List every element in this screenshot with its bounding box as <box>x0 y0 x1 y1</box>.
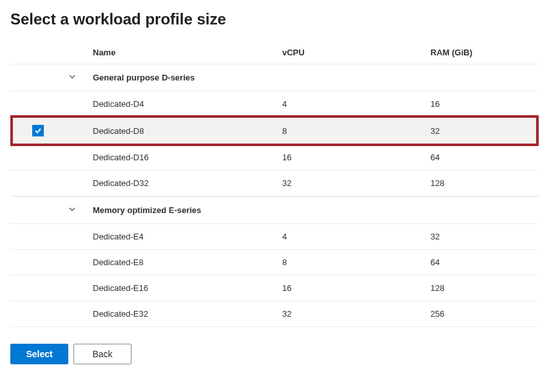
row-vcpu: 16 <box>282 153 430 162</box>
table-row-dedicated-d32[interactable]: Dedicated-D3232128 <box>10 171 539 196</box>
row-vcpu: 8 <box>282 126 430 136</box>
row-ram: 32 <box>430 126 539 136</box>
group-label: General purpose D-series <box>89 73 282 82</box>
table-row-dedicated-d16[interactable]: Dedicated-D161664 <box>10 145 539 171</box>
footer-actions: Select Back <box>10 344 539 364</box>
row-name: Dedicated-D8 <box>89 126 282 136</box>
table-row-dedicated-d8[interactable]: Dedicated-D8832 <box>10 117 539 145</box>
chevron-down-icon <box>68 205 77 216</box>
row-vcpu: 16 <box>282 283 430 293</box>
row-vcpu: 32 <box>282 178 430 188</box>
row-name: Dedicated-D32 <box>89 178 282 188</box>
row-ram: 64 <box>430 257 539 267</box>
table-row-dedicated-e4[interactable]: Dedicated-E4432 <box>10 224 539 250</box>
row-vcpu: 8 <box>282 257 430 267</box>
table-row-dedicated-e32[interactable]: Dedicated-E3232256 <box>10 301 539 327</box>
row-vcpu: 4 <box>282 99 430 109</box>
group-row-memory-optimized-e-series[interactable]: Memory optimized E-series <box>10 196 539 224</box>
column-header-name[interactable]: Name <box>89 48 282 57</box>
row-name: Dedicated-D16 <box>89 153 282 162</box>
row-ram: 128 <box>430 283 539 293</box>
workload-table: Name vCPU RAM (GiB) General purpose D-se… <box>10 41 539 327</box>
row-vcpu: 4 <box>282 232 430 241</box>
row-ram: 64 <box>430 153 539 162</box>
row-ram: 32 <box>430 232 539 241</box>
column-header-ram[interactable]: RAM (GiB) <box>430 48 539 57</box>
row-ram: 128 <box>430 178 539 188</box>
table-header: Name vCPU RAM (GiB) <box>10 41 539 64</box>
row-name: Dedicated-E16 <box>89 283 282 293</box>
table-row-dedicated-e8[interactable]: Dedicated-E8864 <box>10 250 539 275</box>
row-name: Dedicated-E8 <box>89 257 282 267</box>
row-name: Dedicated-D4 <box>89 99 282 109</box>
page-title: Select a workload profile size <box>10 10 539 28</box>
row-name: Dedicated-E4 <box>89 232 282 241</box>
row-ram: 256 <box>430 309 539 319</box>
row-ram: 16 <box>430 99 539 109</box>
group-label: Memory optimized E-series <box>89 205 282 215</box>
table-row-dedicated-e16[interactable]: Dedicated-E1616128 <box>10 275 539 301</box>
select-button[interactable]: Select <box>10 344 68 364</box>
checkbox-checked[interactable] <box>32 125 44 136</box>
row-vcpu: 32 <box>282 309 430 319</box>
back-button[interactable]: Back <box>73 344 131 364</box>
column-header-vcpu[interactable]: vCPU <box>282 48 430 57</box>
group-row-general-purpose-d-series[interactable]: General purpose D-series <box>10 64 539 91</box>
chevron-down-icon <box>68 72 77 83</box>
table-row-dedicated-d4[interactable]: Dedicated-D4416 <box>10 91 539 117</box>
row-name: Dedicated-E32 <box>89 309 282 319</box>
